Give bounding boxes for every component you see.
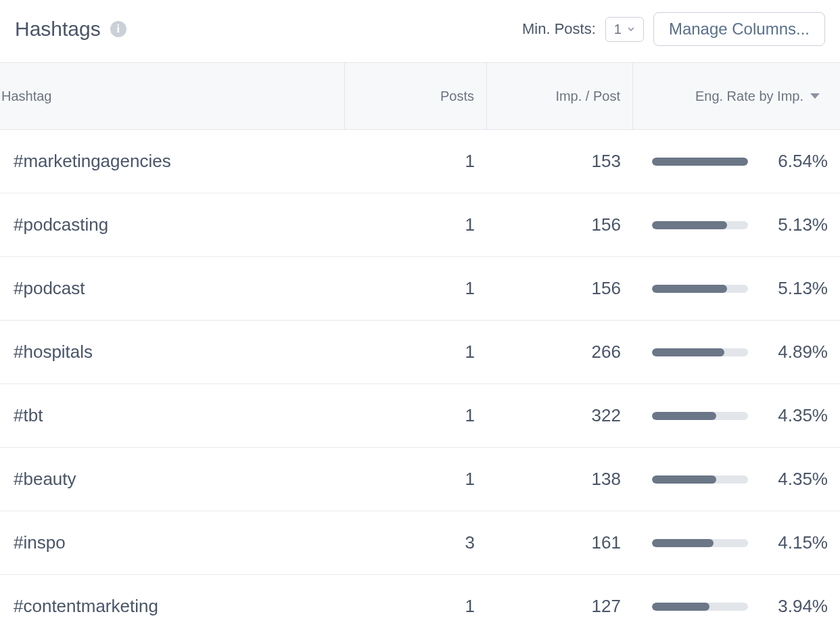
page-title: Hashtags [15, 18, 101, 41]
eng-rate-bar [652, 475, 748, 484]
imp-per-post-cell: 156 [487, 214, 633, 235]
eng-rate-value: 6.54% [760, 151, 828, 172]
table-row[interactable]: #podcast11565.13% [0, 257, 840, 321]
hashtag-cell: #podcast [0, 278, 345, 299]
posts-cell: 1 [345, 342, 487, 363]
table-body: #marketingagencies11536.54%#podcasting11… [0, 130, 840, 629]
column-header-posts[interactable]: Posts [345, 63, 487, 129]
column-header-eng-rate[interactable]: Eng. Rate by Imp. [633, 63, 840, 129]
table-row[interactable]: #podcasting11565.13% [0, 193, 840, 257]
eng-rate-cell: 5.13% [633, 214, 840, 235]
eng-rate-value: 5.13% [760, 278, 828, 299]
imp-per-post-cell: 266 [487, 342, 633, 363]
posts-cell: 3 [345, 532, 487, 553]
min-posts-label: Min. Posts: [522, 20, 596, 38]
posts-cell: 1 [345, 214, 487, 235]
eng-rate-bar-fill [652, 158, 748, 166]
hashtag-cell: #inspo [0, 532, 345, 553]
eng-rate-value: 3.94% [760, 596, 828, 617]
info-icon[interactable]: i [110, 21, 126, 37]
min-posts-select[interactable]: 1 [605, 17, 644, 42]
eng-rate-bar-fill [652, 603, 709, 611]
eng-rate-value: 5.13% [760, 214, 828, 235]
column-header-imp-per-post[interactable]: Imp. / Post [487, 63, 633, 129]
posts-cell: 1 [345, 278, 487, 299]
header-right: Min. Posts: 1 Manage Columns... [522, 12, 825, 46]
posts-cell: 1 [345, 405, 487, 426]
imp-per-post-cell: 138 [487, 469, 633, 490]
manage-columns-button[interactable]: Manage Columns... [653, 12, 825, 46]
hashtag-cell: #marketingagencies [0, 151, 345, 172]
eng-rate-bar-fill [652, 475, 716, 484]
eng-rate-bar [652, 348, 748, 356]
table-row[interactable]: #contentmarketing11273.94% [0, 575, 840, 629]
table-row[interactable]: #beauty11384.35% [0, 448, 840, 511]
eng-rate-bar-fill [652, 285, 727, 293]
eng-rate-cell: 4.35% [633, 405, 840, 426]
eng-rate-value: 4.35% [760, 469, 828, 490]
hashtag-cell: #podcasting [0, 214, 345, 235]
eng-rate-bar-fill [652, 539, 714, 547]
eng-rate-bar [652, 158, 748, 166]
eng-rate-value: 4.15% [760, 532, 828, 553]
eng-rate-value: 4.35% [760, 405, 828, 426]
eng-rate-bar-fill [652, 412, 716, 420]
eng-rate-cell: 4.89% [633, 342, 840, 363]
min-posts-value: 1 [614, 22, 622, 37]
header-left: Hashtags i [15, 18, 126, 41]
table-row[interactable]: #inspo31614.15% [0, 511, 840, 575]
column-header-hashtag[interactable]: Hashtag [0, 63, 345, 129]
imp-per-post-cell: 127 [487, 596, 633, 617]
posts-cell: 1 [345, 151, 487, 172]
column-header-eng-rate-label: Eng. Rate by Imp. [695, 89, 803, 104]
table-header-row: Hashtag Posts Imp. / Post Eng. Rate by I… [0, 62, 840, 130]
table-row[interactable]: #hospitals12664.89% [0, 321, 840, 384]
imp-per-post-cell: 161 [487, 532, 633, 553]
eng-rate-cell: 4.35% [633, 469, 840, 490]
hashtag-cell: #beauty [0, 469, 345, 490]
eng-rate-bar [652, 539, 748, 547]
eng-rate-bar [652, 285, 748, 293]
eng-rate-cell: 6.54% [633, 151, 840, 172]
imp-per-post-cell: 156 [487, 278, 633, 299]
eng-rate-cell: 5.13% [633, 278, 840, 299]
eng-rate-cell: 4.15% [633, 532, 840, 553]
table-row[interactable]: #tbt13224.35% [0, 384, 840, 448]
chevron-down-icon [627, 25, 635, 33]
hashtag-cell: #hospitals [0, 342, 345, 363]
eng-rate-bar-fill [652, 348, 724, 356]
eng-rate-bar [652, 221, 748, 229]
table-row[interactable]: #marketingagencies11536.54% [0, 130, 840, 193]
imp-per-post-cell: 322 [487, 405, 633, 426]
imp-per-post-cell: 153 [487, 151, 633, 172]
eng-rate-bar [652, 603, 748, 611]
eng-rate-cell: 3.94% [633, 596, 840, 617]
posts-cell: 1 [345, 596, 487, 617]
hashtag-cell: #tbt [0, 405, 345, 426]
sort-desc-icon [810, 93, 820, 99]
hashtag-cell: #contentmarketing [0, 596, 345, 617]
page-header: Hashtags i Min. Posts: 1 Manage Columns.… [0, 0, 840, 62]
eng-rate-bar-fill [652, 221, 727, 229]
eng-rate-bar [652, 412, 748, 420]
eng-rate-value: 4.89% [760, 342, 828, 363]
posts-cell: 1 [345, 469, 487, 490]
